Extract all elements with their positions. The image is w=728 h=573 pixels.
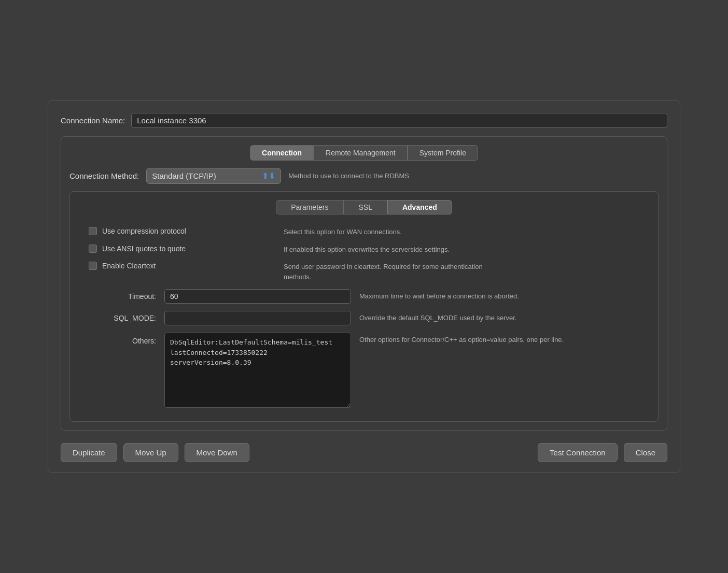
cleartext-hint: Send user password in cleartext. Require… — [284, 262, 501, 282]
method-select-text: Standard (TCP/IP) — [152, 171, 258, 180]
select-arrow-icon: ⬆⬇ — [262, 171, 275, 181]
connection-name-input[interactable] — [131, 113, 667, 128]
others-label: Others: — [89, 333, 156, 345]
connection-name-row: Connection Name: — [61, 113, 667, 128]
tab-parameters[interactable]: Parameters — [276, 200, 343, 214]
timeout-input[interactable] — [164, 289, 351, 304]
cleartext-label: Enable Cleartext — [102, 262, 156, 270]
others-row: Others: DbSqlEditor:LastDefaultSchema=mi… — [89, 333, 639, 408]
cleartext-row: Enable Cleartext Send user password in c… — [89, 262, 639, 282]
timeout-hint: Maximum time to wait before a connection… — [359, 289, 519, 302]
sqlmode-row: SQL_MODE: Override the default SQL_MODE … — [89, 311, 639, 325]
duplicate-button[interactable]: Duplicate — [61, 443, 117, 462]
tab-connection[interactable]: Connection — [250, 145, 314, 161]
cleartext-checkbox[interactable] — [89, 262, 97, 270]
connection-method-select[interactable]: Standard (TCP/IP) ⬆⬇ — [146, 168, 281, 184]
inner-panel: Parameters SSL Advanced Use compression … — [69, 191, 659, 422]
tab-remote-management[interactable]: Remote Management — [314, 145, 408, 161]
move-down-button[interactable]: Move Down — [185, 443, 249, 462]
move-up-button[interactable]: Move Up — [123, 443, 178, 462]
sqlmode-label: SQL_MODE: — [89, 311, 156, 322]
cleartext-left: Enable Cleartext — [89, 262, 275, 270]
ansi-left: Use ANSI quotes to quote — [89, 245, 275, 253]
connection-dialog: Connection Name: Connection Remote Manag… — [48, 100, 680, 473]
method-label: Connection Method: — [69, 171, 139, 180]
sqlmode-hint: Override the default SQL_MODE used by th… — [359, 311, 516, 323]
others-textarea[interactable]: DbSqlEditor:LastDefaultSchema=milis_test… — [164, 333, 351, 408]
ansi-row: Use ANSI quotes to quote If enabled this… — [89, 245, 639, 255]
tab-system-profile[interactable]: System Profile — [408, 145, 478, 161]
timeout-row: Timeout: Maximum time to wait before a c… — [89, 289, 639, 304]
method-hint: Method to use to connect to the RDBMS — [288, 172, 409, 180]
ansi-checkbox[interactable] — [89, 245, 97, 253]
others-hint: Other options for Connector/C++ as optio… — [359, 333, 564, 345]
close-button[interactable]: Close — [624, 443, 667, 462]
ansi-hint: If enabled this option overwrites the se… — [284, 245, 450, 255]
compression-label: Use compression protocol — [102, 227, 186, 235]
compression-hint: Select this option for WAN connections. — [284, 227, 402, 237]
test-connection-button[interactable]: Test Connection — [538, 443, 618, 462]
compression-left: Use compression protocol — [89, 227, 275, 235]
top-tabs: Connection Remote Management System Prof… — [69, 145, 659, 161]
connection-name-label: Connection Name: — [61, 116, 125, 125]
bottom-bar: Duplicate Move Up Move Down Test Connect… — [61, 443, 667, 462]
advanced-content: Use compression protocol Select this opt… — [78, 222, 650, 413]
method-row: Connection Method: Standard (TCP/IP) ⬆⬇ … — [69, 168, 659, 184]
tab-ssl[interactable]: SSL — [343, 200, 387, 214]
sub-tabs: Parameters SSL Advanced — [78, 200, 650, 214]
sqlmode-input[interactable] — [164, 311, 351, 325]
timeout-label: Timeout: — [89, 289, 156, 300]
main-panel: Connection Remote Management System Prof… — [61, 136, 667, 431]
compression-row: Use compression protocol Select this opt… — [89, 227, 639, 237]
compression-checkbox[interactable] — [89, 227, 97, 235]
ansi-label: Use ANSI quotes to quote — [102, 245, 186, 253]
tab-advanced[interactable]: Advanced — [387, 200, 452, 214]
